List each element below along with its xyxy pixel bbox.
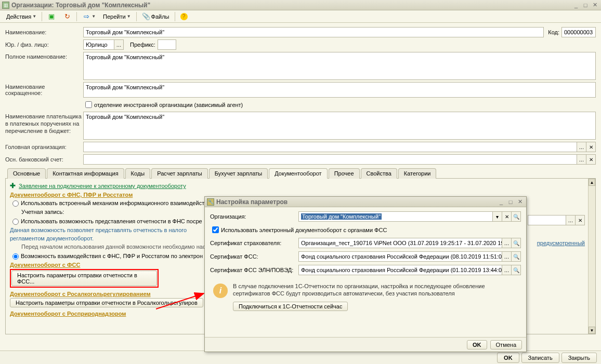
radio-electronic[interactable]	[12, 253, 19, 260]
restore-button[interactable]: □	[581, 2, 590, 9]
dialog-cert2-input[interactable]: Фонд социального страхования Российской …	[298, 251, 502, 262]
payer-input[interactable]: Торговый дом "Комплексный"	[83, 112, 596, 140]
name-label: Наименование:	[5, 29, 83, 35]
window-title: Организации: Торговый дом "Комплексный"	[11, 2, 572, 9]
fullname-input[interactable]: Торговый дом "Комплексный"	[83, 52, 596, 80]
tab-main[interactable]: Основные	[7, 168, 46, 179]
account-input[interactable]	[528, 215, 566, 225]
actions-menu[interactable]: Действия▼	[3, 12, 40, 21]
represent-trailing-link[interactable]: предусмотренный	[537, 240, 585, 246]
person-input[interactable]	[83, 39, 114, 50]
app-icon: ▥	[2, 2, 9, 9]
radio-builtin-label: Использовать встроенный механизм информа…	[21, 200, 204, 206]
info-text: В случае подключения 1С-Отчетности по ор…	[233, 282, 518, 298]
foreign-branch-checkbox[interactable]	[85, 101, 92, 108]
fullname-label: Полное наименование:	[5, 52, 83, 60]
dialog-org-clear-button[interactable]: ✕	[502, 211, 512, 222]
dialog-titlebar: 🔧 Настройка параметров _ □ ✕	[205, 197, 526, 207]
account-clear-button[interactable]: ✕	[575, 215, 584, 225]
connect-1c-button[interactable]: Подключиться к 1С-Отчетности сейчас	[233, 302, 348, 311]
tab-contacts[interactable]: Контактная информация	[47, 168, 124, 179]
dialog-ok-button[interactable]: OK	[467, 340, 487, 349]
dialog-cert1-open-button[interactable]: 🔍	[512, 238, 521, 248]
dialog-org-dropdown-icon[interactable]: ▾	[493, 211, 502, 222]
content-scrollbar[interactable]: ▲ ▼	[588, 179, 595, 334]
prefix-input[interactable]	[158, 39, 176, 50]
dialog-icon: 🔧	[207, 198, 214, 206]
tab-other[interactable]: Прочее	[329, 168, 360, 179]
dialog-cert1-input[interactable]: Организация_тест_190716 ViPNet ООО (31.0…	[298, 238, 502, 248]
tb-save-icon[interactable]: ▣	[44, 11, 59, 22]
dialog-use-edo-checkbox[interactable]	[212, 226, 219, 233]
close-button[interactable]: ✕	[591, 2, 599, 9]
dialog-cancel-button[interactable]: Отмена	[490, 340, 522, 349]
dialog-cert2-open-button[interactable]: 🔍	[512, 251, 521, 262]
radio-builtin[interactable]	[12, 200, 19, 207]
dialog-cert3-open-button[interactable]: 🔍	[512, 265, 521, 275]
files-button[interactable]: 📎Файлы	[139, 11, 173, 22]
dialog-minimize-button[interactable]: _	[497, 198, 505, 206]
dialog-org-open-button[interactable]: 🔍	[512, 211, 521, 222]
plus-icon: ✚	[10, 182, 16, 190]
bank-label: Осн. банковский счет:	[5, 156, 83, 163]
payer-label: Наименование плательщика в платежных пор…	[5, 112, 83, 134]
dialog-cert2-label: Сертификат ФСС:	[210, 253, 298, 260]
tab-docflow[interactable]: Документооборот	[269, 168, 327, 179]
prefix-label: Префикс:	[130, 42, 155, 48]
head-org-clear-button[interactable]: ✕	[586, 142, 595, 152]
foreign-branch-label: отделение иностранной организации (завис…	[94, 102, 243, 108]
head-org-input[interactable]	[84, 142, 577, 152]
account-select-button[interactable]: …	[566, 215, 575, 225]
dialog-title: Настройка параметров	[216, 198, 497, 206]
highlight-box: Настроить параметры отправки отчетности …	[10, 269, 159, 288]
dialog-cert1-label: Сертификат страхователя:	[210, 240, 298, 246]
tab-codes[interactable]: Коды	[125, 168, 151, 179]
main-close-button[interactable]: Закрыть	[561, 353, 597, 363]
head-org-label: Головная организация:	[5, 144, 83, 150]
head-org-select-button[interactable]: …	[577, 142, 586, 152]
name-input[interactable]	[83, 27, 544, 37]
radio-represent-label: Использовать возможность представления о…	[21, 218, 202, 224]
bank-input[interactable]	[84, 155, 577, 164]
dialog-cert2-select-button[interactable]: …	[502, 251, 512, 262]
settings-dialog: 🔧 Настройка параметров _ □ ✕ Организация…	[204, 196, 527, 352]
minimize-button[interactable]: _	[572, 2, 580, 9]
shortname-input[interactable]: Торговый дом "Комплексный"	[83, 82, 596, 98]
person-select-button[interactable]: …	[114, 39, 124, 50]
window-controls: _ □ ✕	[572, 2, 599, 9]
tb-refresh-icon[interactable]: ↻	[60, 11, 74, 22]
radio-electronic-label: Возможность взаимодействия с ФНС, ПФР и …	[21, 253, 203, 259]
fss-settings-button[interactable]: Настроить параметры отправки отчетности …	[11, 271, 157, 286]
code-input[interactable]	[561, 27, 596, 37]
dialog-cert3-label: Сертификат ФСС ЭЛН/ПОВЭД:	[210, 267, 298, 273]
dialog-cert1-select-button[interactable]: …	[502, 238, 512, 248]
toolbar: Действия▼ ▣ ↻ ⇨▼ Перейти▼ 📎Файлы ?	[0, 10, 601, 23]
titlebar: ▥ Организации: Торговый дом "Комплексный…	[0, 0, 601, 10]
dialog-org-input[interactable]: Торговый дом "Комплексный"	[298, 211, 493, 222]
bank-select-button[interactable]: …	[577, 155, 586, 164]
dialog-cert3-select-button[interactable]: …	[502, 265, 512, 275]
tab-categories[interactable]: Категории	[398, 168, 437, 179]
tab-strip: Основные Контактная информация Коды Расч…	[5, 168, 596, 179]
dialog-use-edo-label: Использовать электронный документооборот…	[221, 227, 387, 233]
tab-payroll[interactable]: Расчет зарплаты	[151, 168, 208, 179]
alcohol-settings-button[interactable]: Настроить параметры отправки отчетности …	[10, 298, 203, 307]
tab-properties[interactable]: Свойства	[361, 168, 397, 179]
radio-represent[interactable]	[12, 219, 19, 225]
info-icon: i	[213, 284, 228, 298]
go-menu[interactable]: Перейти▼	[100, 12, 134, 21]
tb-nav-icon[interactable]: ⇨▼	[79, 11, 99, 22]
dialog-close-button[interactable]: ✕	[516, 198, 524, 206]
bank-clear-button[interactable]: ✕	[586, 155, 595, 164]
connect-edo-link[interactable]: Заявление на подключение к электронному …	[19, 183, 186, 189]
main-ok-button[interactable]: OK	[497, 353, 519, 363]
scroll-up-arrow[interactable]: ▲	[589, 179, 595, 186]
main-footer: OK Записать Закрыть	[0, 350, 601, 364]
tab-accounting[interactable]: Бухучет зарплаты	[209, 168, 268, 179]
scroll-down-arrow[interactable]: ▼	[589, 327, 595, 334]
help-icon[interactable]: ?	[177, 12, 191, 21]
code-label: Код:	[548, 29, 559, 35]
main-save-button[interactable]: Записать	[521, 353, 559, 363]
dialog-restore-button[interactable]: □	[506, 198, 515, 206]
dialog-cert3-input[interactable]: Фонд социального страхования Российской …	[298, 265, 502, 275]
